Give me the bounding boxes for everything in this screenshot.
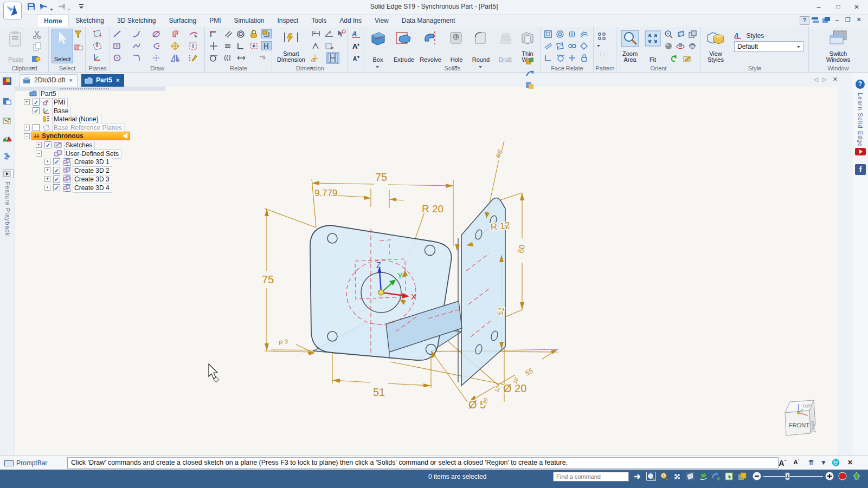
pathfinder-width-grip[interactable] [0, 87, 165, 90]
tab-bar-close-icon[interactable]: ✕ [833, 76, 838, 83]
window-maximize-button[interactable]: □ [830, 2, 846, 12]
text-profile-icon[interactable]: A [351, 29, 362, 38]
font-decrease-icon[interactable]: Aˋ [793, 459, 800, 465]
ellipse-tool-icon[interactable] [152, 30, 162, 39]
help-icon[interactable]: ? [800, 16, 809, 25]
zoom-out-button[interactable] [753, 472, 762, 481]
set-dimensions-icon[interactable] [236, 54, 247, 63]
document-close-icon[interactable]: ✕ [854, 16, 864, 25]
dimension-pick-icon[interactable] [336, 29, 346, 38]
connect-relation-icon[interactable] [209, 30, 220, 39]
select-button[interactable]: Select [52, 29, 73, 63]
zoom-icon[interactable]: + [664, 30, 674, 39]
copy-icon[interactable] [33, 42, 43, 51]
face-align-icon[interactable] [556, 42, 566, 51]
synchronous-highlight-bar[interactable]: Synchronous [31, 132, 130, 140]
tab-scroll-right-icon[interactable]: ▷ [822, 76, 827, 82]
view-override-icon[interactable] [683, 54, 693, 63]
angle-coordinate-icon[interactable]: x0 [310, 54, 324, 63]
face-lock-icon[interactable] [580, 54, 590, 63]
dock-promptbar-icon[interactable]: ▼ [820, 459, 827, 466]
symmetric-diameter-icon[interactable]: x [311, 42, 322, 51]
find-command-input[interactable] [553, 472, 629, 482]
face-offset-icon[interactable] [544, 42, 554, 51]
undo-dropdown-caret[interactable] [50, 3, 54, 11]
select-box-icon[interactable] [74, 43, 85, 53]
point-tool-icon[interactable] [152, 42, 162, 51]
perpendicular-relation-icon[interactable] [236, 42, 247, 51]
paste-special-icon[interactable] [31, 54, 46, 63]
fillet-tool-icon[interactable] [132, 54, 143, 63]
line-tool-icon[interactable] [113, 30, 123, 39]
plane-normal-icon[interactable] [92, 41, 102, 50]
color-manager-icon[interactable] [3, 77, 12, 86]
tree-row-create3d-2[interactable]: + ✓ Create 3D 2 [20, 167, 166, 175]
tab-close-icon[interactable]: × [69, 77, 72, 83]
tab-close-icon[interactable]: × [116, 77, 119, 83]
tab-3d-sketching[interactable]: 3D Sketching [111, 15, 162, 26]
tab-tools[interactable]: Tools [305, 15, 333, 26]
pattern-sketch-icon[interactable] [189, 42, 199, 51]
redo-dropdown-caret[interactable] [67, 3, 72, 11]
checkbox-checked[interactable]: ✓ [33, 107, 40, 114]
paste-button[interactable]: Paste [2, 29, 30, 63]
hole-button[interactable]: Hole [446, 29, 467, 63]
expander-icon[interactable]: + [44, 167, 50, 173]
refresh-view-icon[interactable] [670, 54, 680, 63]
coordinate-system-icon[interactable] [92, 53, 102, 62]
tab-inspect[interactable]: Inspect [271, 15, 305, 26]
dim-75-top[interactable]: 75 [375, 171, 387, 183]
extrude-button[interactable]: Extrude [391, 29, 416, 63]
parallel-relation-icon[interactable] [223, 30, 234, 39]
shaded-view-icon[interactable] [664, 42, 674, 51]
promptbar-label[interactable]: PromptBar [16, 459, 47, 467]
style-dropdown[interactable]: Default [734, 41, 803, 52]
contour-tool-icon[interactable] [171, 30, 182, 39]
zoom-in-button[interactable] [825, 472, 834, 481]
window-minimize-button[interactable]: – [811, 2, 827, 12]
view-cube-front-label[interactable]: FRONT [789, 422, 809, 428]
expander-icon[interactable]: + [24, 99, 30, 105]
pathfinder-panel-icon[interactable] [3, 97, 12, 106]
checkbox-checked[interactable]: ✓ [53, 158, 60, 165]
redo-icon[interactable] [56, 3, 66, 11]
checkbox-checked[interactable]: ✓ [33, 99, 40, 106]
expander-icon[interactable]: + [44, 159, 50, 165]
zoom-area-button[interactable]: Zoom Area [618, 29, 642, 63]
learn-solid-edge-link[interactable]: Learn Solid Edge [857, 93, 864, 147]
checkbox-checked[interactable]: ✓ [53, 167, 60, 174]
coincident-plane-icon[interactable] [92, 29, 102, 38]
sketch-pick-icon[interactable] [189, 30, 199, 39]
pan-icon[interactable] [676, 30, 686, 39]
face-parallel-icon[interactable] [580, 30, 590, 39]
doc-tab-part5[interactable]: Part5× [81, 74, 124, 87]
coordinate-dimension-icon[interactable]: ø [324, 42, 335, 51]
upload-icon[interactable] [852, 472, 861, 481]
dim-dia20[interactable]: Ø 20 [503, 382, 526, 394]
view-cube-top-label[interactable]: TOP [802, 404, 812, 409]
mirror-body-icon[interactable] [598, 50, 608, 59]
window-close-button[interactable]: ✕ [848, 2, 865, 12]
pan-status-icon[interactable] [685, 472, 695, 481]
subtract-icon[interactable] [525, 81, 535, 90]
dim-75-left[interactable]: 75 [262, 274, 274, 285]
common-views-icon[interactable] [688, 30, 698, 39]
face-rigid-icon[interactable] [580, 42, 590, 51]
fit-button[interactable]: Fit [643, 29, 663, 63]
zoom-slider-thumb[interactable] [785, 472, 790, 480]
lock-relation-icon[interactable] [249, 30, 260, 39]
sketch-panel-icon[interactable] [3, 116, 12, 125]
helix-icon[interactable] [525, 69, 535, 78]
checkbox-checked[interactable]: ✓ [44, 141, 52, 148]
facebook-icon[interactable]: f [855, 164, 866, 175]
tab-home[interactable]: Home [37, 15, 69, 27]
dimension-style-toggle[interactable] [326, 52, 339, 64]
horizontal-vertical-relation-icon[interactable] [209, 42, 220, 51]
dim-9779[interactable]: 9.779 [314, 188, 338, 198]
arc-tool-icon[interactable] [132, 30, 143, 39]
pin-promptbar-icon[interactable]: ⛎ [832, 459, 840, 466]
document-restore-icon[interactable]: ❐ [843, 16, 853, 25]
dim-r12[interactable]: R 12 [490, 220, 511, 232]
run-command-icon[interactable] [633, 472, 643, 481]
tab-pmi[interactable]: PMI [203, 15, 227, 26]
